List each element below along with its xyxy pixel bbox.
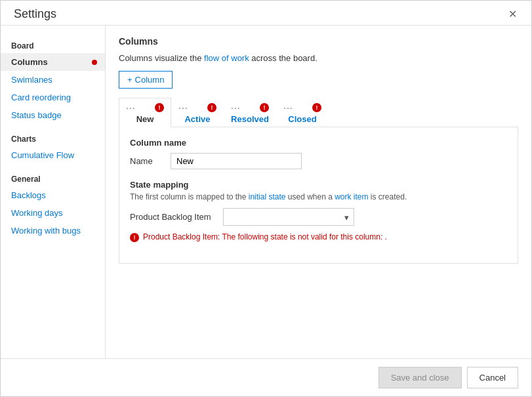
sidebar-item-backlogs-label: Backlogs xyxy=(11,190,46,200)
sidebar: Board Columns Swimlanes Card reordering … xyxy=(1,26,106,358)
state-mapping-desc: The first column is mapped to the initia… xyxy=(130,192,507,201)
sidebar-item-working-days-label: Working days xyxy=(11,208,63,218)
add-column-label: Column xyxy=(135,75,165,85)
sidebar-item-card-reordering[interactable]: Card reordering xyxy=(1,89,105,106)
product-backlog-label: Product Backlog Item xyxy=(130,212,215,222)
column-tab-closed[interactable]: ··· ! Closed xyxy=(276,98,329,127)
sidebar-item-cumulative-flow[interactable]: Cumulative Flow xyxy=(1,146,105,164)
col-tab-name-resolved: Resolved xyxy=(231,114,269,124)
sidebar-item-cumulative-flow-label: Cumulative Flow xyxy=(11,150,74,160)
sidebar-item-working-days[interactable]: Working days xyxy=(1,204,105,222)
main-content: Columns Columns visualize the flow of wo… xyxy=(106,26,531,358)
close-button[interactable]: ✕ xyxy=(504,8,521,21)
col-tab-error-closed: ! xyxy=(312,103,321,112)
column-name-group: Column name Name xyxy=(130,138,507,169)
state-mapping-group: State mapping The first column is mapped… xyxy=(130,180,507,242)
sidebar-section-general: General xyxy=(1,169,105,186)
col-tab-error-resolved: ! xyxy=(260,103,269,112)
sidebar-item-working-with-bugs[interactable]: Working with bugs xyxy=(1,222,105,240)
product-backlog-select[interactable] xyxy=(223,208,354,226)
description-text: Columns visualize the flow of work acros… xyxy=(119,53,518,63)
sidebar-section-board: Board xyxy=(1,36,105,53)
column-tab-resolved[interactable]: ··· ! Resolved xyxy=(224,98,276,127)
sidebar-item-columns[interactable]: Columns xyxy=(1,53,105,71)
col-tab-top-new: ··· ! xyxy=(126,102,164,113)
col-tab-dots-new[interactable]: ··· xyxy=(126,102,136,113)
col-detail-panel: Column name Name State mapping The first… xyxy=(119,127,518,264)
col-tab-top-resolved: ··· ! xyxy=(231,102,269,113)
col-tab-dots-resolved[interactable]: ··· xyxy=(231,102,241,113)
error-message: ! Product Backlog Item: The following st… xyxy=(130,232,507,242)
column-name-row: Name xyxy=(130,153,507,169)
column-name-title: Column name xyxy=(130,138,507,148)
dialog-footer: Save and close Cancel xyxy=(1,358,531,396)
col-tab-name-closed: Closed xyxy=(288,114,316,124)
dialog-title: Settings xyxy=(14,7,56,21)
title-bar: Settings ✕ xyxy=(1,1,531,26)
add-column-button[interactable]: + Column xyxy=(119,71,173,89)
state-mapping-title: State mapping xyxy=(130,180,507,190)
error-dot-icon: ! xyxy=(130,233,139,242)
column-tab-active[interactable]: ··· ! Active xyxy=(171,98,224,127)
sidebar-item-columns-label: Columns xyxy=(11,57,48,67)
columns-error-dot xyxy=(92,60,97,65)
mapping-row: Product Backlog Item xyxy=(130,208,507,226)
col-tab-error-active: ! xyxy=(207,103,216,112)
initial-state-link[interactable]: initial state xyxy=(249,192,286,201)
column-name-input[interactable] xyxy=(171,153,302,169)
sidebar-item-status-badge[interactable]: Status badge xyxy=(1,106,105,124)
flow-link[interactable]: flow of work xyxy=(204,53,249,63)
save-and-close-button[interactable]: Save and close xyxy=(379,367,462,388)
sidebar-item-working-with-bugs-label: Working with bugs xyxy=(11,226,81,236)
column-tab-new[interactable]: ··· ! New xyxy=(119,98,171,127)
sidebar-item-status-badge-label: Status badge xyxy=(11,110,62,120)
col-tab-error-new: ! xyxy=(155,103,164,112)
sidebar-item-swimlanes-label: Swimlanes xyxy=(11,75,52,85)
sidebar-item-swimlanes[interactable]: Swimlanes xyxy=(1,71,105,89)
section-title: Columns xyxy=(119,36,518,47)
cancel-button[interactable]: Cancel xyxy=(467,367,518,388)
work-item-link[interactable]: work item xyxy=(335,192,368,201)
name-label: Name xyxy=(130,156,163,166)
sidebar-section-charts: Charts xyxy=(1,129,105,146)
plus-icon: + xyxy=(127,75,133,85)
col-tab-top-closed: ··· ! xyxy=(283,102,321,113)
sidebar-item-backlogs[interactable]: Backlogs xyxy=(1,186,105,204)
col-tab-name-new: New xyxy=(136,114,154,124)
settings-dialog: Settings ✕ Board Columns Swimlanes Card … xyxy=(0,0,532,397)
dialog-body: Board Columns Swimlanes Card reordering … xyxy=(1,26,531,358)
col-tab-name-active: Active xyxy=(184,114,210,124)
error-text: Product Backlog Item: The following stat… xyxy=(143,232,387,241)
col-tab-top-active: ··· ! xyxy=(178,102,216,113)
product-backlog-select-wrapper xyxy=(223,208,354,226)
sidebar-item-card-reordering-label: Card reordering xyxy=(11,93,71,102)
columns-tabs: ··· ! New ··· ! Active ··· xyxy=(119,98,518,127)
col-tab-dots-active[interactable]: ··· xyxy=(178,102,188,113)
col-tab-dots-closed[interactable]: ··· xyxy=(283,102,293,113)
